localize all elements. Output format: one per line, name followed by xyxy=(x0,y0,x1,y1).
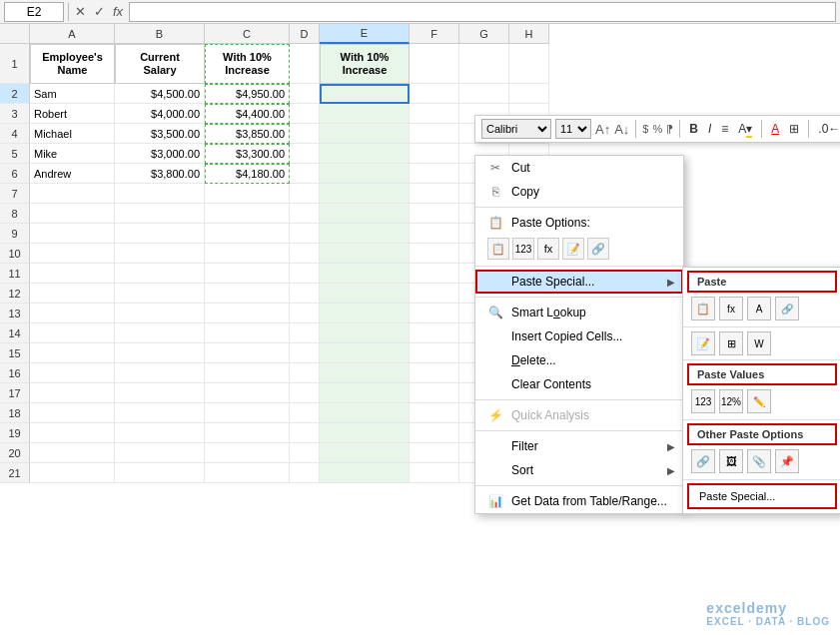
cell-e1[interactable]: With 10%Increase xyxy=(320,44,410,84)
cell-a11[interactable] xyxy=(30,264,115,284)
menu-item-paste-special[interactable]: Paste Special... ▶ xyxy=(475,270,683,294)
cell-f1[interactable] xyxy=(410,44,459,84)
menu-item-sort[interactable]: Sort ▶ xyxy=(475,458,683,482)
sub-paste-icon-1[interactable]: 📋 xyxy=(691,297,715,320)
cell-b11[interactable] xyxy=(115,264,205,284)
menu-item-smart-lookup[interactable]: 🔍 Smart Lookup xyxy=(475,301,683,324)
cell-e2[interactable] xyxy=(320,84,410,104)
cell-d15[interactable] xyxy=(290,343,320,363)
op-icon-3[interactable]: 📎 xyxy=(747,449,771,473)
pv-icon-2[interactable]: 12% xyxy=(719,389,743,413)
sub-paste-icon-7[interactable]: W xyxy=(747,331,771,355)
menu-item-cut[interactable]: ✂ Cut xyxy=(475,156,683,180)
sub-paste-icon-3[interactable]: A xyxy=(747,297,771,320)
cell-b12[interactable] xyxy=(115,284,205,304)
cell-d21[interactable] xyxy=(290,463,320,483)
cell-c4[interactable]: $3,850.00 xyxy=(205,124,290,144)
cell-a19[interactable] xyxy=(30,423,115,443)
col-header-d[interactable]: D xyxy=(290,24,320,44)
cell-c10[interactable] xyxy=(205,244,290,264)
cell-f8[interactable] xyxy=(410,204,459,224)
cell-e17[interactable] xyxy=(320,383,410,403)
menu-item-clear-contents[interactable]: Clear Contents xyxy=(475,372,683,396)
cell-c5[interactable]: $3,300.00 xyxy=(205,144,290,164)
cell-a18[interactable] xyxy=(30,403,115,423)
col-header-h[interactable]: H xyxy=(509,24,549,44)
cell-d13[interactable] xyxy=(290,304,320,323)
cell-c17[interactable] xyxy=(205,383,290,403)
menu-item-delete[interactable]: Delete... xyxy=(475,348,683,372)
cell-d1[interactable] xyxy=(290,44,320,84)
align-button[interactable]: ≡ xyxy=(718,121,731,137)
paste-icon-4[interactable]: 📝 xyxy=(562,238,584,260)
paste-icon-3[interactable]: fx xyxy=(537,238,559,260)
cell-b1[interactable]: CurrentSalary xyxy=(115,44,205,84)
cell-e20[interactable] xyxy=(320,443,410,463)
cell-a1[interactable]: Employee'sName xyxy=(30,44,115,84)
cell-c12[interactable] xyxy=(205,284,290,304)
cell-f2[interactable] xyxy=(410,84,459,104)
cell-e5[interactable] xyxy=(320,144,410,164)
cell-f6[interactable] xyxy=(410,164,459,184)
cell-a16[interactable] xyxy=(30,363,115,383)
cell-g2[interactable] xyxy=(459,84,509,104)
cell-f14[interactable] xyxy=(410,323,459,343)
cell-a21[interactable] xyxy=(30,463,115,483)
cell-b6[interactable]: $3,800.00 xyxy=(115,164,205,184)
cell-b10[interactable] xyxy=(115,244,205,264)
cell-a4[interactable]: Michael xyxy=(30,124,115,144)
cell-d17[interactable] xyxy=(290,383,320,403)
menu-item-copy[interactable]: ⎘ Copy xyxy=(475,180,683,204)
cell-f13[interactable] xyxy=(410,304,459,323)
cell-c8[interactable] xyxy=(205,204,290,224)
font-color-button[interactable]: A xyxy=(768,121,782,137)
paste-icon-1[interactable]: 📋 xyxy=(487,238,509,260)
cell-d16[interactable] xyxy=(290,363,320,383)
cell-e6[interactable] xyxy=(320,164,410,184)
cell-b20[interactable] xyxy=(115,443,205,463)
cell-f7[interactable] xyxy=(410,184,459,204)
sub-paste-icon-2[interactable]: fx xyxy=(719,297,743,320)
italic-button[interactable]: I xyxy=(705,121,714,137)
cell-b21[interactable] xyxy=(115,463,205,483)
cell-b15[interactable] xyxy=(115,343,205,363)
cell-e16[interactable] xyxy=(320,363,410,383)
cell-f5[interactable] xyxy=(410,144,459,164)
cell-f11[interactable] xyxy=(410,264,459,284)
cell-h1[interactable] xyxy=(509,44,549,84)
fx-icon[interactable]: fx xyxy=(111,4,125,19)
col-header-g[interactable]: G xyxy=(459,24,509,44)
cell-d6[interactable] xyxy=(290,164,320,184)
cell-e3[interactable] xyxy=(320,104,410,124)
increase-font-icon[interactable]: A↑ xyxy=(595,122,610,137)
borders-button[interactable]: ⊞ xyxy=(786,121,802,137)
cell-c21[interactable] xyxy=(205,463,290,483)
cell-b7[interactable] xyxy=(115,184,205,204)
cell-c19[interactable] xyxy=(205,423,290,443)
cell-b2[interactable]: $4,500.00 xyxy=(115,84,205,104)
cell-d20[interactable] xyxy=(290,443,320,463)
cell-e13[interactable] xyxy=(320,304,410,323)
decrease-decimal-button[interactable]: .0← xyxy=(815,121,840,137)
cell-g1[interactable] xyxy=(459,44,509,84)
cell-c2[interactable]: $4,950.00 xyxy=(205,84,290,104)
col-header-c[interactable]: C xyxy=(205,24,290,44)
cell-a15[interactable] xyxy=(30,343,115,363)
cell-a7[interactable] xyxy=(30,184,115,204)
pv-icon-1[interactable]: 123 xyxy=(691,389,715,413)
cell-e14[interactable] xyxy=(320,323,410,343)
cell-e7[interactable] xyxy=(320,184,410,204)
font-size-selector[interactable]: 11 xyxy=(555,119,591,139)
cell-f18[interactable] xyxy=(410,403,459,423)
cell-d7[interactable] xyxy=(290,184,320,204)
formula-input[interactable] xyxy=(129,2,836,22)
cell-a13[interactable] xyxy=(30,304,115,323)
col-header-a[interactable]: A xyxy=(30,24,115,44)
cell-f4[interactable] xyxy=(410,124,459,144)
col-header-f[interactable]: F xyxy=(410,24,459,44)
cell-b9[interactable] xyxy=(115,224,205,244)
confirm-icon[interactable]: ✓ xyxy=(92,4,107,19)
cell-e8[interactable] xyxy=(320,204,410,224)
menu-item-filter[interactable]: Filter ▶ xyxy=(475,434,683,458)
decrease-font-icon[interactable]: A↓ xyxy=(614,122,629,137)
